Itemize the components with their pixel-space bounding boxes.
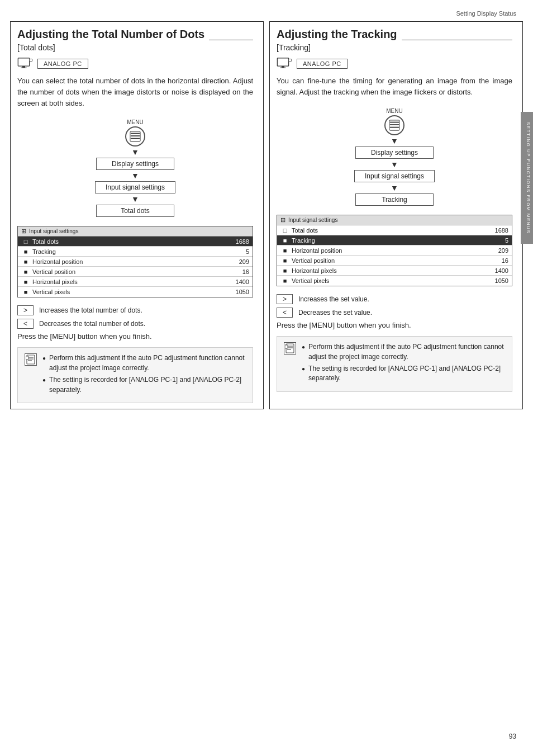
left-signal-row-1: ■ Tracking 5 bbox=[18, 247, 253, 257]
page-header: Setting Display Status bbox=[0, 0, 533, 21]
right-flow-box-1: Display settings bbox=[355, 147, 434, 159]
left-row-value-1: 5 bbox=[229, 248, 249, 255]
left-note-icon bbox=[25, 353, 37, 366]
left-menu-icon bbox=[125, 126, 145, 147]
right-note-icon bbox=[284, 342, 296, 355]
left-note-item-1: The setting is recorded for [ANALOG PC-1… bbox=[42, 375, 246, 395]
left-row-icon-3: ■ bbox=[21, 268, 30, 275]
right-row-icon-5: ■ bbox=[280, 277, 289, 284]
left-row-value-4: 1400 bbox=[229, 278, 249, 285]
left-row-name-0: Total dots bbox=[32, 238, 229, 245]
right-row-icon-4: ■ bbox=[280, 267, 289, 274]
left-btn-greater: > bbox=[17, 305, 34, 315]
right-note-item-0: Perform this adjustment if the auto PC a… bbox=[302, 342, 505, 362]
left-btn-greater-desc: Increases the total number of dots. bbox=[39, 306, 142, 314]
right-row-name-4: Horizontal pixels bbox=[292, 267, 488, 274]
left-signal-row-3: ■ Vertical position 16 bbox=[18, 267, 253, 277]
right-title-line: Adjusting the Tracking bbox=[277, 27, 512, 42]
left-arrow-2: ▼ bbox=[131, 172, 139, 179]
right-row-name-3: Vertical position bbox=[292, 257, 488, 264]
left-arrow-3: ▼ bbox=[131, 195, 139, 203]
right-signal-row-2: ■ Horizontal position 209 bbox=[277, 245, 512, 256]
right-row-value-2: 209 bbox=[488, 247, 508, 254]
right-signal-row-0: □ Total dots 1688 bbox=[277, 225, 512, 235]
left-row-value-5: 1050 bbox=[229, 289, 249, 295]
right-menu-icon bbox=[384, 115, 404, 135]
left-signal-row-4: ■ Horizontal pixels 1400 bbox=[18, 277, 253, 287]
right-press-menu: Press the [MENU] button when you finish. bbox=[277, 321, 512, 329]
left-flow-box-1: Display settings bbox=[96, 158, 174, 170]
left-analog-pc-row: ANALOG PC bbox=[17, 58, 253, 70]
right-row-value-4: 1400 bbox=[488, 267, 508, 274]
svg-rect-0 bbox=[18, 58, 29, 66]
svg-rect-14 bbox=[282, 66, 284, 68]
right-table-title-icon: ⊞ bbox=[280, 216, 285, 224]
left-row-name-4: Horizontal pixels bbox=[32, 278, 229, 285]
main-content: Adjusting the Total Number of Dots [Tota… bbox=[0, 21, 533, 409]
page-number: 93 bbox=[509, 733, 516, 740]
monitor-icon-right bbox=[277, 58, 292, 70]
left-note-item-0: Perform this adjustment if the auto PC a… bbox=[42, 353, 246, 373]
left-button-row-0: > Increases the total number of dots. bbox=[17, 305, 253, 315]
right-signal-table-title: ⊞ Input signal settings bbox=[277, 215, 512, 225]
right-menu-label: MENU bbox=[386, 108, 402, 114]
left-signal-row-2: ■ Horizontal position 209 bbox=[18, 257, 253, 267]
left-btn-less: < bbox=[17, 319, 34, 329]
right-column: Adjusting the Tracking [Tracking] ANALOG… bbox=[269, 21, 523, 409]
monitor-icon-left bbox=[17, 58, 33, 70]
right-signal-row-5: ■ Vertical pixels 1050 bbox=[277, 276, 512, 286]
right-signal-table-label: Input signal settings bbox=[288, 217, 337, 223]
left-row-name-2: Horizontal position bbox=[32, 258, 229, 265]
svg-rect-1 bbox=[22, 66, 25, 68]
svg-rect-12 bbox=[26, 356, 28, 360]
left-flow-box-2: Input signal settings bbox=[95, 181, 175, 193]
right-signal-row-4: ■ Horizontal pixels 1400 bbox=[277, 266, 512, 276]
right-flow-box-3: Tracking bbox=[355, 193, 434, 206]
left-description: You can select the total number of dots … bbox=[17, 75, 253, 109]
right-analog-pc-row: ANALOG PC bbox=[277, 58, 512, 70]
right-btn-greater: > bbox=[277, 294, 293, 304]
right-button-row-1: < Decreases the set value. bbox=[277, 308, 512, 318]
left-title-line: Adjusting the Total Number of Dots bbox=[17, 27, 253, 42]
left-row-icon-4: ■ bbox=[21, 278, 30, 285]
right-arrow-2: ▼ bbox=[391, 160, 398, 168]
left-flow-box-3: Total dots bbox=[96, 205, 174, 217]
right-signal-row-3: ■ Vertical position 16 bbox=[277, 256, 512, 266]
left-signal-table: ⊞ Input signal settings □ Total dots 168… bbox=[17, 226, 253, 297]
right-row-name-2: Horizontal position bbox=[292, 247, 488, 254]
svg-rect-25 bbox=[285, 345, 288, 348]
svg-rect-5 bbox=[131, 136, 140, 137]
svg-rect-17 bbox=[390, 122, 399, 123]
left-note-content: Perform this adjustment if the auto PC a… bbox=[42, 353, 246, 397]
right-description: You can fine-tune the timing for generat… bbox=[277, 75, 512, 98]
left-row-icon-2: ■ bbox=[21, 258, 30, 265]
left-signal-row-0: □ Total dots 1688 bbox=[18, 237, 253, 247]
right-row-name-5: Vertical pixels bbox=[292, 277, 488, 284]
right-note-box: Perform this adjustment if the auto PC a… bbox=[277, 336, 512, 392]
right-btn-less: < bbox=[277, 308, 293, 318]
svg-rect-4 bbox=[131, 133, 140, 134]
left-menu-label: MENU bbox=[127, 119, 143, 125]
svg-rect-3 bbox=[30, 59, 32, 62]
right-arrow-1: ▼ bbox=[391, 137, 398, 145]
right-row-icon-0: □ bbox=[280, 227, 289, 234]
svg-rect-16 bbox=[289, 59, 292, 62]
left-menu-flow: MENU ▼ Display settings ▼ Input signal s… bbox=[17, 119, 253, 218]
right-row-name-0: Total dots bbox=[292, 227, 488, 234]
page-footer: 93 bbox=[509, 733, 516, 740]
left-row-value-3: 16 bbox=[229, 268, 249, 275]
svg-rect-2 bbox=[21, 68, 26, 68]
left-button-row-1: < Decreases the total number of dots. bbox=[17, 319, 253, 329]
right-button-row-0: > Increases the set value. bbox=[277, 294, 512, 304]
left-row-name-1: Tracking bbox=[32, 248, 229, 255]
left-row-icon-0: □ bbox=[21, 238, 30, 245]
left-press-menu: Press the [MENU] button when you finish. bbox=[17, 332, 253, 341]
right-flow-box-2: Input signal settings bbox=[354, 170, 435, 182]
right-analog-pc-label: ANALOG PC bbox=[297, 59, 348, 69]
right-signal-table: ⊞ Input signal settings □ Total dots 168… bbox=[277, 215, 512, 286]
right-row-icon-2: ■ bbox=[280, 247, 289, 254]
svg-rect-15 bbox=[280, 68, 285, 68]
left-row-icon-1: ■ bbox=[21, 248, 30, 255]
left-row-value-2: 209 bbox=[229, 258, 249, 265]
right-btn-less-desc: Decreases the set value. bbox=[298, 309, 372, 316]
